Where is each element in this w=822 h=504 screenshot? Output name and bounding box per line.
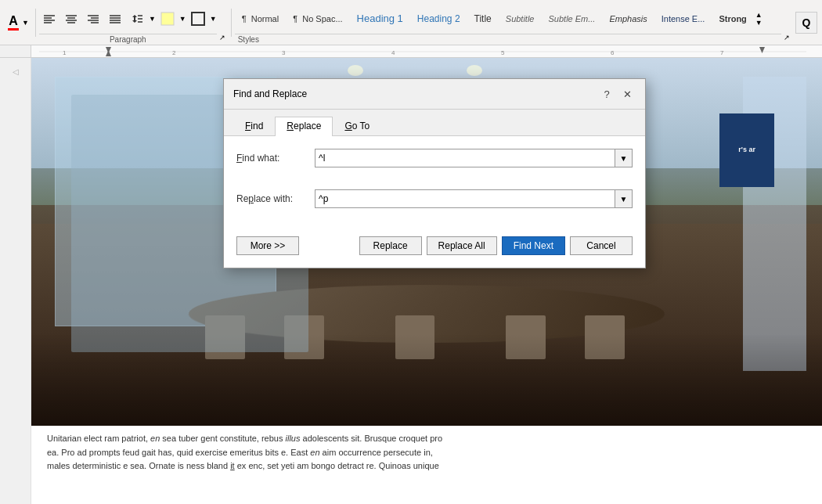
tab-goto-label: Go To xyxy=(344,121,370,131)
dialog-footer: More >> Replace Replace All Find Next Ca… xyxy=(224,230,645,268)
tab-goto[interactable]: Go To xyxy=(333,117,381,136)
dialog-footer-left: More >> xyxy=(236,236,355,255)
tab-replace[interactable]: Replace xyxy=(275,117,333,136)
tab-find-label: Find xyxy=(245,121,263,131)
dialog-overlay: Find and Replace ? ✕ Find Replace Go To xyxy=(0,0,822,504)
more-button[interactable]: More >> xyxy=(236,236,299,255)
field-spacer xyxy=(236,177,633,189)
find-replace-dialog: Find and Replace ? ✕ Find Replace Go To xyxy=(223,78,646,268)
tab-find[interactable]: Find xyxy=(233,117,275,136)
replace-input-wrap: ▼ xyxy=(315,189,633,208)
tab-replace-label: Replace xyxy=(287,121,321,131)
find-dropdown-button[interactable]: ▼ xyxy=(615,149,633,167)
dialog-close-button[interactable]: ✕ xyxy=(618,85,636,103)
find-field-row: Find what: ▼ xyxy=(236,149,633,167)
dialog-help-button[interactable]: ? xyxy=(598,85,615,103)
replace-all-button[interactable]: Replace All xyxy=(427,236,497,255)
replace-dropdown-button[interactable]: ▼ xyxy=(615,189,633,208)
find-input[interactable] xyxy=(315,149,615,167)
replace-field-row: Replace with: ▼ xyxy=(236,189,633,208)
find-label: Find what: xyxy=(236,153,315,164)
find-input-wrap: ▼ xyxy=(315,149,633,167)
replace-button[interactable]: Replace xyxy=(359,236,422,255)
dialog-title: Find and Replace xyxy=(233,88,307,99)
dialog-body: Find what: ▼ Replace with: ▼ xyxy=(224,136,645,230)
replace-label: Replace with: xyxy=(236,193,315,204)
find-next-button[interactable]: Find Next xyxy=(502,236,565,255)
cancel-button[interactable]: Cancel xyxy=(570,236,633,255)
dialog-controls: ? ✕ xyxy=(598,85,636,103)
dialog-titlebar: Find and Replace ? ✕ xyxy=(224,79,645,110)
replace-input[interactable] xyxy=(315,189,615,208)
dialog-tabs: Find Replace Go To xyxy=(224,110,645,136)
